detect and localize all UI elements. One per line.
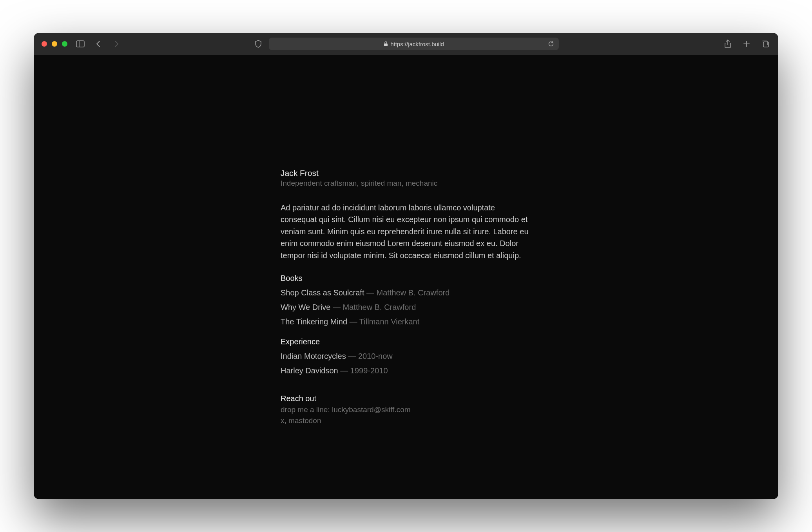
share-icon xyxy=(724,40,731,48)
chevron-right-icon xyxy=(114,40,119,47)
sidebar-toggle-button[interactable] xyxy=(75,39,85,49)
bio-paragraph: Ad pariatur ad do incididunt laborum lab… xyxy=(281,202,531,261)
sidebar-icon xyxy=(76,40,85,47)
page-tagline: Independent craftsman, spirited man, mec… xyxy=(281,179,531,188)
reachout-heading: Reach out xyxy=(281,394,531,403)
book-title: Why We Drive xyxy=(281,303,330,311)
reachout-x-link[interactable]: x xyxy=(281,416,285,425)
experience-item: Indian Motorcycles — 2010-now xyxy=(281,352,531,361)
page-title: Jack Frost xyxy=(281,168,531,178)
nav-back-button[interactable] xyxy=(93,39,103,49)
window-maximize-button[interactable] xyxy=(62,41,67,47)
url-text: https://jackfrost.build xyxy=(390,41,444,47)
privacy-report-button[interactable] xyxy=(253,39,263,49)
experience-org: Harley Davidson xyxy=(281,366,338,375)
tabs-icon xyxy=(761,40,769,48)
reachout-sep: , xyxy=(285,416,289,425)
experience-item: Harley Davidson — 1999-2010 xyxy=(281,366,531,375)
svg-rect-5 xyxy=(763,42,768,47)
titlebar-left xyxy=(42,39,121,49)
book-title: The Tinkering Mind xyxy=(281,317,347,326)
experience-heading: Experience xyxy=(281,337,531,346)
window-minimize-button[interactable] xyxy=(52,41,57,47)
svg-rect-0 xyxy=(76,41,84,47)
share-button[interactable] xyxy=(723,39,733,49)
reachout-social-line: x, mastodon xyxy=(281,416,531,425)
nav-forward-button[interactable] xyxy=(111,39,121,49)
book-author: — Matthew B. Crawford xyxy=(330,303,416,311)
experience-period: — 2010-now xyxy=(346,352,393,360)
page-content: Jack Frost Independent craftsman, spirit… xyxy=(281,55,531,425)
book-author: — Tillmann Vierkant xyxy=(347,317,419,326)
book-item: Why We Drive — Matthew B. Crawford xyxy=(281,303,531,312)
titlebar: https://jackfrost.build xyxy=(34,33,778,55)
new-tab-button[interactable] xyxy=(741,39,752,49)
experience-org: Indian Motorcycles xyxy=(281,352,346,360)
book-item: The Tinkering Mind — Tillmann Vierkant xyxy=(281,317,531,326)
book-author: — Matthew B. Crawford xyxy=(364,288,450,297)
browser-window: https://jackfrost.build xyxy=(34,33,778,499)
plus-icon xyxy=(743,40,750,47)
reachout-email-line: drop me a line: luckybastard@skiff.com xyxy=(281,405,531,414)
book-title: Shop Class as Soulcraft xyxy=(281,288,364,297)
shield-icon xyxy=(255,40,262,48)
window-close-button[interactable] xyxy=(42,41,47,47)
experience-period: — 1999-2010 xyxy=(338,366,388,375)
reachout-prefix: drop me a line: xyxy=(281,405,332,414)
reachout-mastodon-link[interactable]: mastodon xyxy=(288,416,321,425)
books-heading: Books xyxy=(281,274,531,283)
titlebar-right xyxy=(723,39,770,49)
traffic-lights xyxy=(42,41,67,47)
svg-rect-2 xyxy=(384,43,388,46)
titlebar-center: https://jackfrost.build xyxy=(253,38,559,50)
url-bar[interactable]: https://jackfrost.build xyxy=(269,38,559,50)
page-viewport[interactable]: Jack Frost Independent craftsman, spirit… xyxy=(34,55,778,499)
reload-button[interactable] xyxy=(548,40,554,47)
tab-overview-button[interactable] xyxy=(760,39,770,49)
book-item: Shop Class as Soulcraft — Matthew B. Cra… xyxy=(281,288,531,297)
lock-icon xyxy=(384,41,388,47)
chevron-left-icon xyxy=(96,40,101,47)
reachout-email-link[interactable]: luckybastard@skiff.com xyxy=(332,405,411,414)
reload-icon xyxy=(548,40,554,47)
